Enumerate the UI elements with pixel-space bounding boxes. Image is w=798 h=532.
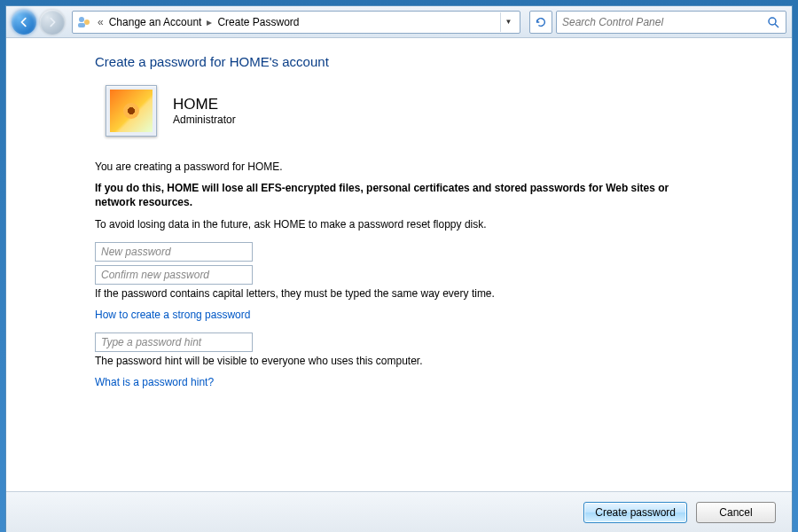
refresh-icon bbox=[535, 16, 547, 28]
breadcrumb-seg-1[interactable]: Change an Account bbox=[109, 16, 202, 28]
arrow-left-icon bbox=[18, 16, 30, 28]
strong-password-link[interactable]: How to create a strong password bbox=[95, 309, 250, 321]
new-password-input[interactable]: New password bbox=[95, 242, 253, 262]
confirm-password-input[interactable]: Confirm new password bbox=[95, 265, 253, 285]
avatar bbox=[106, 85, 157, 137]
password-hint-input[interactable]: Type a password hint bbox=[95, 332, 253, 352]
password-hint-link[interactable]: What is a password hint? bbox=[95, 376, 214, 388]
create-password-button[interactable]: Create password bbox=[583, 502, 687, 523]
svg-point-3 bbox=[769, 18, 776, 25]
nav-bar: « Change an Account ▸ Create Password ▼ bbox=[6, 6, 792, 38]
refresh-button[interactable] bbox=[529, 11, 552, 34]
account-role: Administrator bbox=[173, 113, 236, 126]
account-name: HOME bbox=[173, 96, 236, 113]
chevron-right-icon: ▸ bbox=[207, 16, 212, 28]
arrow-right-icon bbox=[46, 16, 59, 28]
svg-rect-2 bbox=[78, 23, 85, 27]
warning-text: If you do this, HOME will lose all EFS-e… bbox=[95, 181, 698, 209]
breadcrumb: « Change an Account ▸ Create Password bbox=[98, 16, 495, 28]
hint-note: The password hint will be visible to eve… bbox=[95, 354, 698, 368]
address-bar[interactable]: « Change an Account ▸ Create Password ▼ bbox=[72, 11, 520, 34]
address-dropdown[interactable]: ▼ bbox=[500, 12, 516, 32]
svg-point-1 bbox=[84, 20, 90, 25]
avatar-image bbox=[110, 90, 153, 132]
user-accounts-icon bbox=[76, 14, 92, 30]
back-button[interactable] bbox=[12, 10, 36, 35]
content-pane: Create a password for HOME's account HOM… bbox=[6, 38, 792, 489]
forward-button bbox=[40, 10, 65, 35]
user-block: HOME Administrator bbox=[106, 85, 774, 137]
button-bar: Create password Cancel bbox=[6, 491, 792, 532]
breadcrumb-seg-2[interactable]: Create Password bbox=[217, 16, 299, 28]
page-title: Create a password for HOME's account bbox=[95, 54, 774, 69]
cancel-button[interactable]: Cancel bbox=[696, 502, 776, 523]
caps-note: If the password contains capital letters… bbox=[95, 286, 698, 301]
search-input[interactable] bbox=[562, 16, 766, 28]
chevron-double-left-icon: « bbox=[98, 16, 104, 28]
svg-line-4 bbox=[775, 24, 778, 27]
control-panel-window: « Change an Account ▸ Create Password ▼ … bbox=[5, 5, 793, 532]
svg-point-0 bbox=[79, 17, 84, 22]
floppy-text: To avoid losing data in the future, ask … bbox=[95, 217, 698, 231]
search-icon bbox=[766, 15, 780, 29]
search-box[interactable] bbox=[556, 11, 786, 34]
intro-text: You are creating a password for HOME. bbox=[95, 160, 698, 174]
chevron-down-icon: ▼ bbox=[505, 18, 512, 26]
